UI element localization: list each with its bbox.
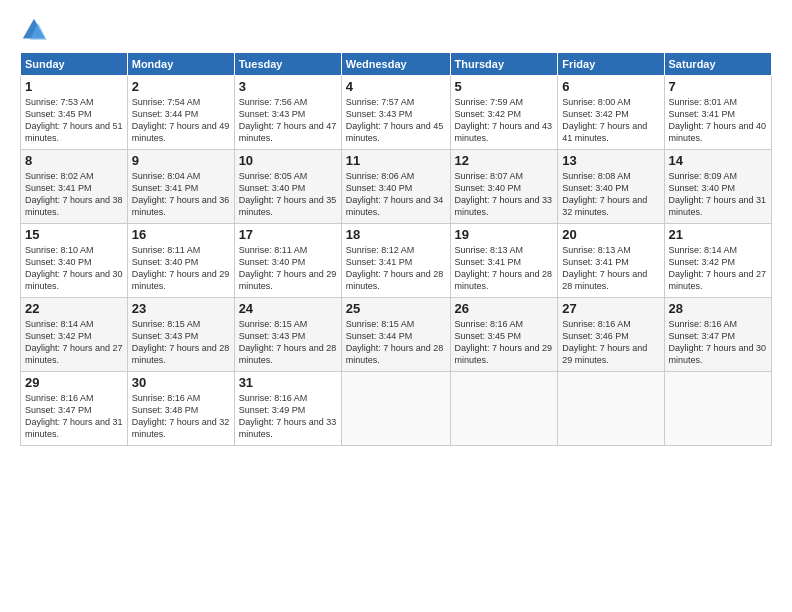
calendar-cell: 20Sunrise: 8:13 AMSunset: 3:41 PMDayligh… [558, 224, 664, 298]
day-info: Sunrise: 7:57 AMSunset: 3:43 PMDaylight:… [346, 96, 446, 145]
day-info: Sunrise: 8:10 AMSunset: 3:40 PMDaylight:… [25, 244, 123, 293]
day-number: 26 [455, 301, 554, 316]
day-info: Sunrise: 8:15 AMSunset: 3:43 PMDaylight:… [239, 318, 337, 367]
day-number: 15 [25, 227, 123, 242]
logo [20, 16, 52, 44]
day-number: 3 [239, 79, 337, 94]
day-number: 25 [346, 301, 446, 316]
day-number: 14 [669, 153, 767, 168]
day-number: 16 [132, 227, 230, 242]
day-info: Sunrise: 8:12 AMSunset: 3:41 PMDaylight:… [346, 244, 446, 293]
day-number: 12 [455, 153, 554, 168]
day-number: 17 [239, 227, 337, 242]
calendar-cell: 16Sunrise: 8:11 AMSunset: 3:40 PMDayligh… [127, 224, 234, 298]
calendar-cell: 12Sunrise: 8:07 AMSunset: 3:40 PMDayligh… [450, 150, 558, 224]
day-number: 8 [25, 153, 123, 168]
day-number: 18 [346, 227, 446, 242]
calendar-cell: 1Sunrise: 7:53 AMSunset: 3:45 PMDaylight… [21, 76, 128, 150]
calendar-cell [558, 372, 664, 446]
calendar-cell [664, 372, 771, 446]
day-info: Sunrise: 8:16 AMSunset: 3:49 PMDaylight:… [239, 392, 337, 441]
day-number: 21 [669, 227, 767, 242]
calendar-cell: 4Sunrise: 7:57 AMSunset: 3:43 PMDaylight… [341, 76, 450, 150]
calendar-cell: 22Sunrise: 8:14 AMSunset: 3:42 PMDayligh… [21, 298, 128, 372]
day-number: 6 [562, 79, 659, 94]
day-info: Sunrise: 8:06 AMSunset: 3:40 PMDaylight:… [346, 170, 446, 219]
day-number: 5 [455, 79, 554, 94]
day-number: 9 [132, 153, 230, 168]
day-number: 29 [25, 375, 123, 390]
calendar-cell: 27Sunrise: 8:16 AMSunset: 3:46 PMDayligh… [558, 298, 664, 372]
day-info: Sunrise: 8:02 AMSunset: 3:41 PMDaylight:… [25, 170, 123, 219]
day-info: Sunrise: 8:14 AMSunset: 3:42 PMDaylight:… [25, 318, 123, 367]
calendar-cell: 2Sunrise: 7:54 AMSunset: 3:44 PMDaylight… [127, 76, 234, 150]
day-info: Sunrise: 8:11 AMSunset: 3:40 PMDaylight:… [132, 244, 230, 293]
week-row-3: 15Sunrise: 8:10 AMSunset: 3:40 PMDayligh… [21, 224, 772, 298]
day-number: 28 [669, 301, 767, 316]
day-number: 24 [239, 301, 337, 316]
day-number: 13 [562, 153, 659, 168]
week-row-5: 29Sunrise: 8:16 AMSunset: 3:47 PMDayligh… [21, 372, 772, 446]
day-info: Sunrise: 8:16 AMSunset: 3:48 PMDaylight:… [132, 392, 230, 441]
day-number: 23 [132, 301, 230, 316]
week-row-4: 22Sunrise: 8:14 AMSunset: 3:42 PMDayligh… [21, 298, 772, 372]
calendar-cell: 13Sunrise: 8:08 AMSunset: 3:40 PMDayligh… [558, 150, 664, 224]
day-number: 1 [25, 79, 123, 94]
week-row-1: 1Sunrise: 7:53 AMSunset: 3:45 PMDaylight… [21, 76, 772, 150]
col-header-monday: Monday [127, 53, 234, 76]
day-info: Sunrise: 8:13 AMSunset: 3:41 PMDaylight:… [562, 244, 659, 293]
calendar-cell: 11Sunrise: 8:06 AMSunset: 3:40 PMDayligh… [341, 150, 450, 224]
header [20, 16, 772, 44]
day-info: Sunrise: 7:53 AMSunset: 3:45 PMDaylight:… [25, 96, 123, 145]
col-header-friday: Friday [558, 53, 664, 76]
day-info: Sunrise: 8:11 AMSunset: 3:40 PMDaylight:… [239, 244, 337, 293]
day-number: 11 [346, 153, 446, 168]
calendar-cell: 9Sunrise: 8:04 AMSunset: 3:41 PMDaylight… [127, 150, 234, 224]
col-header-thursday: Thursday [450, 53, 558, 76]
header-row: SundayMondayTuesdayWednesdayThursdayFrid… [21, 53, 772, 76]
calendar-cell: 19Sunrise: 8:13 AMSunset: 3:41 PMDayligh… [450, 224, 558, 298]
calendar-cell: 28Sunrise: 8:16 AMSunset: 3:47 PMDayligh… [664, 298, 771, 372]
calendar-cell: 8Sunrise: 8:02 AMSunset: 3:41 PMDaylight… [21, 150, 128, 224]
calendar-cell: 24Sunrise: 8:15 AMSunset: 3:43 PMDayligh… [234, 298, 341, 372]
calendar-cell: 15Sunrise: 8:10 AMSunset: 3:40 PMDayligh… [21, 224, 128, 298]
calendar-cell: 6Sunrise: 8:00 AMSunset: 3:42 PMDaylight… [558, 76, 664, 150]
calendar-cell: 29Sunrise: 8:16 AMSunset: 3:47 PMDayligh… [21, 372, 128, 446]
day-info: Sunrise: 8:15 AMSunset: 3:44 PMDaylight:… [346, 318, 446, 367]
col-header-saturday: Saturday [664, 53, 771, 76]
day-number: 4 [346, 79, 446, 94]
col-header-tuesday: Tuesday [234, 53, 341, 76]
day-info: Sunrise: 8:05 AMSunset: 3:40 PMDaylight:… [239, 170, 337, 219]
day-info: Sunrise: 7:59 AMSunset: 3:42 PMDaylight:… [455, 96, 554, 145]
day-number: 27 [562, 301, 659, 316]
col-header-sunday: Sunday [21, 53, 128, 76]
calendar-cell: 7Sunrise: 8:01 AMSunset: 3:41 PMDaylight… [664, 76, 771, 150]
calendar-cell: 30Sunrise: 8:16 AMSunset: 3:48 PMDayligh… [127, 372, 234, 446]
calendar-cell [341, 372, 450, 446]
calendar-cell: 17Sunrise: 8:11 AMSunset: 3:40 PMDayligh… [234, 224, 341, 298]
day-info: Sunrise: 7:54 AMSunset: 3:44 PMDaylight:… [132, 96, 230, 145]
calendar-cell: 5Sunrise: 7:59 AMSunset: 3:42 PMDaylight… [450, 76, 558, 150]
day-info: Sunrise: 8:16 AMSunset: 3:45 PMDaylight:… [455, 318, 554, 367]
calendar-cell: 3Sunrise: 7:56 AMSunset: 3:43 PMDaylight… [234, 76, 341, 150]
calendar-cell: 25Sunrise: 8:15 AMSunset: 3:44 PMDayligh… [341, 298, 450, 372]
calendar-cell [450, 372, 558, 446]
day-number: 22 [25, 301, 123, 316]
col-header-wednesday: Wednesday [341, 53, 450, 76]
day-info: Sunrise: 7:56 AMSunset: 3:43 PMDaylight:… [239, 96, 337, 145]
day-info: Sunrise: 8:04 AMSunset: 3:41 PMDaylight:… [132, 170, 230, 219]
day-info: Sunrise: 8:01 AMSunset: 3:41 PMDaylight:… [669, 96, 767, 145]
day-info: Sunrise: 8:08 AMSunset: 3:40 PMDaylight:… [562, 170, 659, 219]
calendar-table: SundayMondayTuesdayWednesdayThursdayFrid… [20, 52, 772, 446]
week-row-2: 8Sunrise: 8:02 AMSunset: 3:41 PMDaylight… [21, 150, 772, 224]
day-info: Sunrise: 8:16 AMSunset: 3:47 PMDaylight:… [25, 392, 123, 441]
logo-icon [20, 16, 48, 44]
calendar-cell: 31Sunrise: 8:16 AMSunset: 3:49 PMDayligh… [234, 372, 341, 446]
calendar-cell: 23Sunrise: 8:15 AMSunset: 3:43 PMDayligh… [127, 298, 234, 372]
day-number: 20 [562, 227, 659, 242]
day-info: Sunrise: 8:09 AMSunset: 3:40 PMDaylight:… [669, 170, 767, 219]
day-number: 2 [132, 79, 230, 94]
day-info: Sunrise: 8:07 AMSunset: 3:40 PMDaylight:… [455, 170, 554, 219]
day-info: Sunrise: 8:16 AMSunset: 3:47 PMDaylight:… [669, 318, 767, 367]
calendar-cell: 10Sunrise: 8:05 AMSunset: 3:40 PMDayligh… [234, 150, 341, 224]
